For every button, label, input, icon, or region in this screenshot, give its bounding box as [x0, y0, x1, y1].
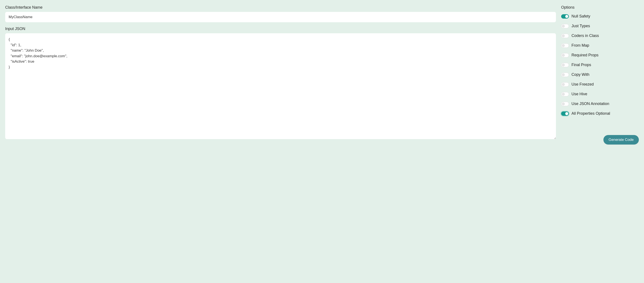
- toggle-row-use-freezed: Use Freezed: [561, 82, 639, 87]
- options-title: Options: [561, 5, 639, 10]
- toggle-row-null-safety: Null Safety: [561, 14, 639, 19]
- input-json-label: Input JSON: [5, 27, 556, 31]
- toggle-just-types[interactable]: [561, 24, 569, 28]
- toggle-coders-in-class[interactable]: [561, 34, 569, 38]
- toggle-row-use-hive: Use Hive: [561, 92, 639, 96]
- main-container: Class/Interface Name Input JSON Options …: [5, 5, 639, 145]
- toggle-label-all-properties-optional: All Properties Optional: [572, 111, 610, 116]
- toggle-use-json-annotation[interactable]: [561, 102, 569, 106]
- toggle-row-final-props: Final Props: [561, 63, 639, 67]
- toggle-all-properties-optional[interactable]: [561, 111, 569, 116]
- class-name-input[interactable]: [5, 12, 556, 22]
- toggle-knob: [562, 34, 565, 37]
- toggle-use-hive[interactable]: [561, 92, 569, 96]
- toggle-knob: [562, 73, 565, 76]
- toggle-row-required-props: Required Props: [561, 53, 639, 58]
- toggle-required-props[interactable]: [561, 53, 569, 58]
- class-name-group: Class/Interface Name: [5, 5, 556, 22]
- toggle-label-final-props: Final Props: [572, 63, 591, 67]
- toggle-final-props[interactable]: [561, 63, 569, 67]
- toggle-knob: [565, 112, 568, 115]
- toggle-label-required-props: Required Props: [572, 53, 598, 58]
- toggle-label-just-types: Just Types: [572, 24, 590, 28]
- toggle-label-use-json-annotation: Use JSON Annotation: [572, 102, 609, 106]
- toggle-knob: [562, 44, 565, 47]
- toggle-row-copy-with: Copy With: [561, 72, 639, 77]
- options-panel: Options Null SafetyJust TypesCoders in C…: [561, 5, 639, 145]
- toggle-knob: [562, 25, 565, 28]
- toggle-knob: [562, 54, 565, 57]
- toggle-row-use-json-annotation: Use JSON Annotation: [561, 102, 639, 106]
- toggle-row-coders-in-class: Coders in Class: [561, 34, 639, 38]
- toggle-knob: [562, 93, 565, 96]
- input-json-textarea[interactable]: [5, 33, 556, 139]
- toggle-row-just-types: Just Types: [561, 24, 639, 28]
- left-column: Class/Interface Name Input JSON: [5, 5, 556, 145]
- toggle-knob: [562, 102, 565, 105]
- toggle-knob: [565, 15, 568, 18]
- class-name-label: Class/Interface Name: [5, 5, 556, 10]
- toggle-use-freezed[interactable]: [561, 82, 569, 87]
- toggle-knob: [562, 83, 565, 86]
- toggle-row-from-map: From Map: [561, 43, 639, 48]
- options-list: Null SafetyJust TypesCoders in ClassFrom…: [561, 14, 639, 121]
- toggle-label-coders-in-class: Coders in Class: [572, 34, 599, 38]
- toggle-label-from-map: From Map: [572, 43, 589, 48]
- toggle-row-all-properties-optional: All Properties Optional: [561, 111, 639, 116]
- toggle-label-copy-with: Copy With: [572, 72, 590, 77]
- toggle-copy-with[interactable]: [561, 73, 569, 77]
- toggle-knob: [562, 64, 565, 67]
- toggle-label-null-safety: Null Safety: [572, 14, 590, 19]
- generate-code-button[interactable]: Generate Code: [604, 135, 639, 145]
- toggle-null-safety[interactable]: [561, 14, 569, 19]
- toggle-label-use-hive: Use Hive: [572, 92, 587, 96]
- toggle-label-use-freezed: Use Freezed: [572, 82, 594, 87]
- toggle-from-map[interactable]: [561, 44, 569, 48]
- input-json-group: Input JSON: [5, 27, 556, 140]
